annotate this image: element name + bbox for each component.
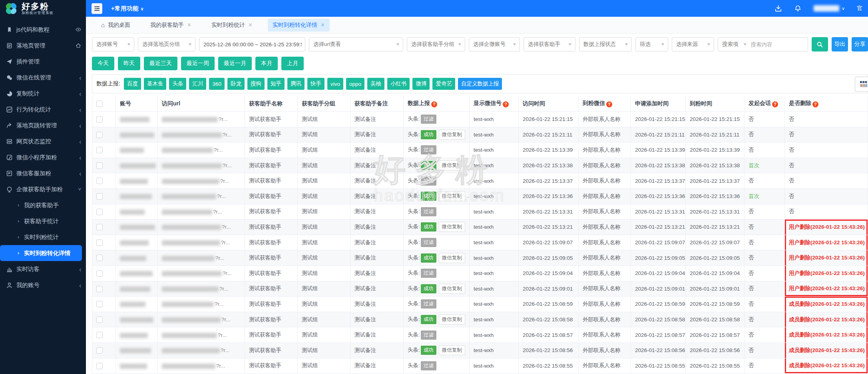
chevron-left-icon: ‹ [80, 105, 81, 114]
close-icon[interactable]: ✕ [321, 22, 325, 28]
sidebar-item-my-assistant[interactable]: ›我的获客助手 [0, 197, 86, 213]
filter-url-view-select[interactable]: 选择url查看▼ [309, 37, 403, 51]
filter-source-select[interactable]: 选择来源▼ [672, 37, 714, 51]
tab-fan-stats[interactable]: 实时到粉统计✕ [207, 19, 257, 32]
select-all-checkbox[interactable] [96, 101, 103, 107]
report-tag[interactable]: 快手 [307, 78, 325, 90]
report-tag[interactable]: 汇川 [189, 78, 206, 90]
row-checkbox[interactable] [96, 347, 103, 354]
row-checkbox[interactable] [96, 301, 103, 307]
report-tag[interactable]: 基木鱼 [144, 78, 167, 90]
partial-right-link[interactable]: 官 [857, 5, 862, 12]
row-checkbox[interactable] [96, 286, 103, 292]
header-checkbox-cell [92, 96, 116, 112]
row-checkbox[interactable] [96, 162, 103, 169]
row-checkbox[interactable] [96, 255, 103, 261]
sidebar-item-realtime-fan-detail[interactable]: ›实时到粉转化详情 [0, 245, 82, 261]
close-icon[interactable]: ✕ [187, 22, 191, 28]
sidebar-item-copy-stats[interactable]: 复制统计‹ [0, 85, 86, 101]
collapse-menu-button[interactable] [92, 3, 102, 14]
sidebar-item-landing-page[interactable]: 落地页管理 [0, 38, 86, 53]
filter-account-select[interactable]: 选择账号▼ [92, 37, 134, 51]
tab-assistant[interactable]: 我的获客助手✕ [145, 19, 196, 32]
row-checkbox[interactable] [96, 224, 103, 230]
sidebar-item-landing-redirect[interactable]: 落地页跳转管理‹ [0, 117, 86, 133]
row-checkbox[interactable] [96, 363, 103, 369]
row-checkbox[interactable] [96, 239, 103, 246]
row-checkbox[interactable] [96, 193, 103, 200]
quick-menu-dropdown[interactable]: +常用功能 ∨ [111, 5, 144, 12]
quick-date-button-0[interactable]: 今天 [92, 57, 114, 70]
quick-date-button-3[interactable]: 最近一周 [181, 57, 215, 70]
report-tag[interactable]: 爱奇艺 [432, 78, 455, 90]
search-item-select[interactable]: 搜索项▼ [722, 41, 747, 48]
report-tag[interactable]: 头条 [169, 78, 186, 90]
report-tag[interactable]: 小红书 [387, 78, 410, 90]
row-checkbox[interactable] [96, 332, 103, 338]
row-checkbox[interactable] [96, 270, 103, 277]
report-tag[interactable]: 腾讯 [287, 78, 305, 90]
filter-assistant-group-select[interactable]: 选择获客助手分组▼ [407, 37, 465, 51]
download-icon[interactable] [774, 5, 782, 12]
row-checkbox[interactable] [96, 178, 103, 184]
quick-date-button-6[interactable]: 上月 [281, 57, 304, 70]
quick-date-button-1[interactable]: 昨天 [118, 57, 140, 70]
column-settings-button[interactable] [855, 77, 868, 92]
export-button[interactable]: 导出 [832, 37, 848, 51]
report-tag[interactable]: 搜狗 [247, 78, 265, 90]
date-range-input[interactable] [203, 42, 302, 47]
quick-date-button-2[interactable]: 最近三天 [144, 57, 177, 70]
tab-desktop[interactable]: ⌂我的桌面 [96, 19, 135, 32]
report-tag[interactable]: 美柚 [367, 78, 384, 90]
bell-icon[interactable] [794, 5, 802, 12]
report-tag[interactable]: 百度 [124, 78, 141, 90]
filter-landing-group-select[interactable]: 选择落地页分组▼ [138, 37, 195, 51]
report-tag[interactable]: 微博 [412, 78, 430, 90]
report-tag[interactable]: oppo [346, 78, 364, 90]
sidebar-item-miniprogram-fans[interactable]: 微信小程序加粉‹ [0, 149, 86, 165]
row-checkbox[interactable] [96, 147, 103, 153]
help-icon[interactable]: ? [431, 101, 437, 107]
sidebar-item-page-monitor[interactable]: 网页状态监控‹ [0, 133, 86, 149]
report-tag[interactable]: 360 [209, 78, 225, 90]
quick-date-button-5[interactable]: 本月 [255, 57, 278, 70]
report-tag[interactable]: 自定义数据上报 [458, 78, 502, 90]
help-icon[interactable]: ? [606, 101, 612, 107]
help-icon[interactable]: ? [772, 101, 778, 107]
close-icon[interactable]: ✕ [248, 22, 253, 28]
filter-report-status-select[interactable]: 数据上报状态▼ [579, 37, 632, 51]
row-checkbox[interactable] [96, 209, 103, 215]
account-cell [116, 266, 158, 281]
sidebar-item-wechat-online[interactable]: 微信在线管理‹ [0, 69, 86, 85]
user-menu[interactable]: ∨ [814, 5, 845, 12]
sidebar-item-my-account[interactable]: 我的账号‹ [0, 277, 86, 293]
sidebar-item-realtime-fan-stats[interactable]: ›实时到粉统计 [0, 229, 86, 245]
sidebar-item-qiwei-assistant[interactable]: 企微获客助手加粉˅ [0, 181, 86, 197]
app-logo[interactable]: 好多粉 加粉统计管理系统 [0, 0, 86, 18]
sidebar-item-behavior-stats[interactable]: 行为转化统计‹ [0, 101, 86, 117]
quick-date-button-4[interactable]: 最近一月 [218, 57, 252, 70]
report-tag[interactable]: 卧龙 [227, 78, 245, 90]
sidebar-item-kefu-fans[interactable]: 微信客服加粉‹ [0, 165, 86, 181]
report-tag[interactable]: 知乎 [267, 78, 285, 90]
help-icon[interactable]: ? [503, 101, 509, 107]
sidebar-item-js-code[interactable]: js代码和教程 [0, 22, 86, 38]
help-icon[interactable]: ? [812, 101, 818, 107]
search-button[interactable] [812, 37, 828, 51]
report-channel: 头条: [408, 332, 420, 338]
row-checkbox[interactable] [96, 132, 103, 138]
sidebar-item-plugin[interactable]: 插件管理 [0, 53, 86, 69]
share-button[interactable]: 分享 [852, 37, 868, 51]
search-input[interactable] [751, 42, 804, 47]
sidebar-item-assistant-stats[interactable]: ›获客助手统计 [0, 213, 86, 229]
row-checkbox[interactable] [96, 317, 103, 323]
filter-qiwei-account-select[interactable]: 选择企微账号▼ [469, 37, 520, 51]
filter-date-range-input[interactable] [199, 37, 305, 51]
tab-fan-detail[interactable]: 实时到粉转化详情✕ [268, 19, 330, 32]
session-cell: 否 [745, 173, 785, 189]
row-checkbox[interactable] [96, 116, 103, 123]
filter-assistant-select[interactable]: 选择获客助手▼ [524, 37, 575, 51]
sidebar-item-realtime-visitor[interactable]: 实时访客‹ [0, 261, 86, 277]
report-tag[interactable]: vivo [327, 78, 343, 90]
filter-filter-select[interactable]: 筛选▼ [635, 37, 668, 51]
